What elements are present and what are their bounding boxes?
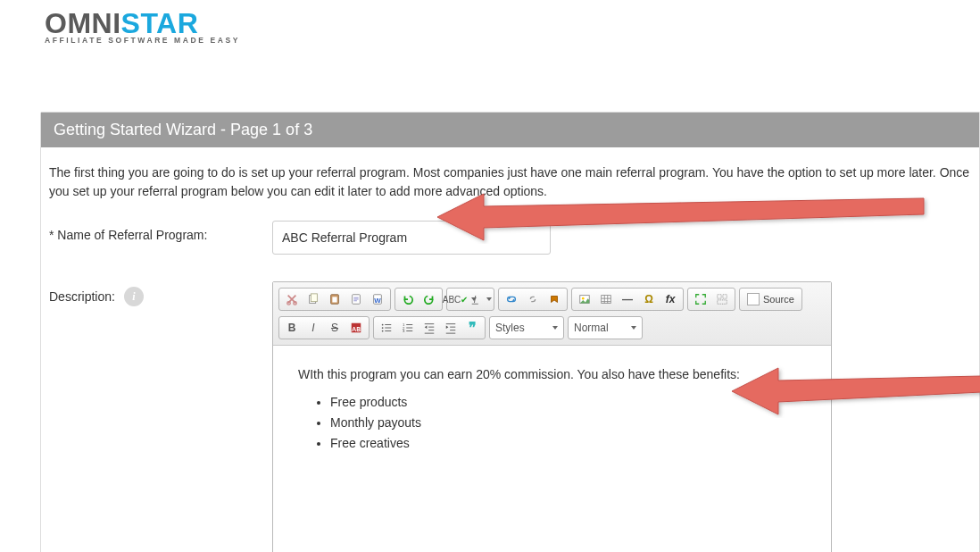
svg-text:ᴀʙ: ᴀʙ	[352, 324, 361, 333]
undo-icon[interactable]	[397, 289, 419, 309]
svg-point-20	[382, 330, 384, 332]
outdent-button[interactable]	[419, 318, 440, 338]
bold-button[interactable]: B	[281, 318, 303, 338]
rich-text-editor: W ABC✔ I	[272, 281, 832, 552]
editor-bullet-1: Free products	[330, 393, 806, 412]
redo-icon[interactable]	[419, 289, 440, 309]
editor-bullet-list: Free products Monthly payouts Free creat…	[330, 393, 806, 453]
referral-name-input[interactable]	[272, 221, 551, 255]
paste-text-icon[interactable]	[345, 289, 367, 309]
source-icon	[747, 293, 760, 305]
format-combo[interactable]: Normal	[568, 316, 643, 339]
copy-icon[interactable]	[303, 289, 324, 309]
styles-combo[interactable]: Styles	[489, 316, 564, 339]
description-row: Description: i W	[49, 281, 971, 552]
spellcheck-icon[interactable]: ABC✔	[449, 289, 470, 309]
logo: OMNISTAR AFFILIATE SOFTWARE MADE EASY	[45, 9, 240, 45]
table-icon[interactable]	[595, 289, 617, 309]
italic-button[interactable]: I	[303, 318, 324, 338]
svg-rect-13	[718, 295, 721, 298]
description-label: Description: i	[49, 281, 272, 306]
editor-content[interactable]: WIth this program you can earn 20% commi…	[273, 346, 831, 552]
name-label: * Name of Referral Program:	[49, 221, 272, 245]
remove-format-icon[interactable]: I	[470, 289, 492, 309]
toolbar-row-1: W ABC✔ I	[278, 288, 826, 311]
info-icon[interactable]: i	[124, 287, 144, 306]
editor-text-intro: WIth this program you can earn 20% commi…	[298, 365, 806, 384]
svg-rect-15	[718, 300, 727, 304]
source-button[interactable]: Source	[739, 288, 802, 311]
anchor-icon[interactable]	[544, 289, 565, 309]
paste-icon[interactable]	[324, 289, 345, 309]
svg-text:3: 3	[403, 329, 405, 333]
svg-rect-3	[311, 294, 317, 302]
source-label: Source	[763, 292, 794, 307]
showblocks-icon[interactable]	[711, 289, 733, 309]
maximize-icon[interactable]	[690, 289, 711, 309]
numbered-list-button[interactable]: 123	[397, 318, 419, 338]
toolbar-row-2: B I S ᴀʙ 123 ❞	[278, 316, 826, 339]
logo-omni-text: OMNI	[45, 7, 121, 39]
name-row: * Name of Referral Program:	[49, 221, 971, 255]
svg-text:W: W	[374, 297, 381, 305]
editor-bullet-3: Free creatives	[330, 434, 806, 453]
hr-icon[interactable]: —	[617, 289, 638, 309]
svg-point-18	[382, 324, 384, 326]
remove-formatting-button[interactable]: ᴀʙ	[345, 318, 367, 338]
svg-text:I: I	[474, 294, 477, 305]
wizard-panel: Getting Started Wizard - Page 1 of 3 The…	[40, 112, 980, 552]
wizard-title: Getting Started Wizard - Page 1 of 3	[41, 113, 979, 147]
editor-toolbar: W ABC✔ I	[273, 282, 831, 346]
description-label-text: Description:	[49, 288, 115, 306]
image-icon[interactable]	[574, 289, 595, 309]
indent-button[interactable]	[440, 318, 461, 338]
unlink-icon[interactable]	[522, 289, 544, 309]
blockquote-button[interactable]: ❞	[461, 318, 483, 338]
editor-bullet-2: Monthly payouts	[330, 414, 806, 432]
logo-tagline: AFFILIATE SOFTWARE MADE EASY	[45, 36, 240, 45]
svg-rect-14	[723, 295, 727, 298]
bulleted-list-button[interactable]	[376, 318, 397, 338]
paste-word-icon[interactable]: W	[367, 289, 388, 309]
svg-point-19	[382, 327, 384, 329]
strike-button[interactable]: S	[324, 318, 345, 338]
logo-star-text: STAR	[121, 7, 199, 39]
svg-rect-5	[332, 297, 336, 302]
link-icon[interactable]	[501, 289, 522, 309]
specialchar-icon[interactable]: Ω	[638, 289, 660, 309]
svg-point-11	[582, 297, 585, 300]
equation-icon[interactable]: fx	[660, 289, 681, 309]
cut-icon[interactable]	[281, 289, 303, 309]
wizard-intro-text: The first thing you are going to do is s…	[49, 163, 971, 201]
